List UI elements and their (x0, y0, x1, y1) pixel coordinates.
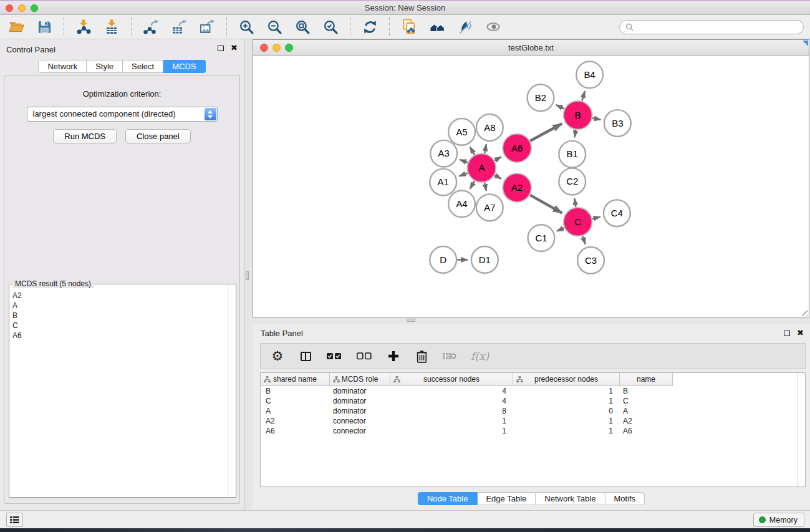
close-panel-button[interactable]: Close panel (125, 129, 191, 143)
delete-columns-button[interactable] (415, 348, 428, 364)
graph-edge-A-A4[interactable] (470, 181, 475, 189)
graph-edge-B-B1[interactable] (575, 130, 576, 137)
add-column-button[interactable] (387, 348, 400, 364)
graph-node-B1[interactable]: B1 (559, 141, 586, 168)
graph-node-A3[interactable]: A3 (430, 140, 457, 167)
save-session-button[interactable] (34, 17, 54, 36)
tab-select[interactable]: Select (123, 60, 163, 73)
memory-button[interactable]: Memory (753, 513, 804, 527)
column-header-successor-nodes[interactable]: successor nodes (390, 373, 513, 386)
tab-network-table[interactable]: Network Table (536, 492, 605, 505)
graph-edge-A-A6[interactable] (494, 157, 501, 160)
show-panels-list-button[interactable] (6, 513, 23, 527)
graph-edge-C-C2[interactable] (574, 198, 576, 207)
unselect-all-rows-button[interactable] (357, 348, 372, 364)
graph-node-C4[interactable]: C4 (604, 200, 630, 226)
mcds-result-item[interactable]: C (10, 321, 227, 331)
table-row[interactable]: A2connector11A2 (261, 416, 805, 426)
graph-node-C[interactable]: C (564, 208, 592, 236)
show-columns-button[interactable] (299, 348, 312, 364)
graph-node-A1[interactable]: A1 (430, 169, 456, 196)
table-settings-button[interactable]: ⚙ (271, 348, 284, 364)
graph-node-A[interactable]: A (467, 153, 496, 182)
result-scrollbar[interactable] (228, 284, 236, 497)
export-table-button[interactable] (169, 17, 189, 36)
table-row[interactable]: Bdominator41B (261, 386, 805, 396)
graph-edge-A6-B[interactable] (530, 123, 562, 141)
column-header-shared-name[interactable]: shared name (261, 373, 330, 386)
graph-edge-C-C4[interactable] (592, 217, 600, 219)
table-row[interactable]: A6connector11A6 (261, 426, 805, 436)
search-input[interactable] (637, 22, 798, 32)
zoom-in-button[interactable] (236, 17, 256, 36)
zoom-fit-button[interactable] (292, 17, 312, 36)
select-all-rows-button[interactable] (327, 348, 342, 364)
graph-edge-C-C1[interactable] (557, 228, 564, 231)
mcds-result-item[interactable]: A6 (10, 331, 227, 341)
graph-node-A4[interactable]: A4 (448, 190, 475, 217)
graph-node-B2[interactable]: B2 (528, 84, 554, 111)
close-panel-icon[interactable]: ✖ (797, 330, 804, 336)
new-network-from-selection-button[interactable] (399, 17, 419, 36)
graph-node-D1[interactable]: D1 (471, 246, 498, 273)
graph-edge-B-B3[interactable] (592, 118, 601, 120)
delete-table-button[interactable] (443, 348, 456, 364)
graph-edge-B-B2[interactable] (556, 105, 564, 109)
apply-function-button[interactable]: f(x) (471, 348, 489, 364)
network-graph[interactable]: AA1A2A3A4A5A6A7A8BB1B2B3B4CC1C2C3C4DD1 (254, 57, 808, 316)
network-window-titlebar[interactable]: testGlobe.txt (253, 40, 809, 56)
criterion-dropdown[interactable]: largest connected component (directed) (27, 107, 218, 122)
first-neighbors-button[interactable] (427, 17, 447, 36)
refresh-view-button[interactable] (360, 17, 380, 36)
graph-node-D[interactable]: D (430, 246, 456, 273)
graph-edge-B-B4[interactable] (582, 91, 585, 101)
graph-node-A7[interactable]: A7 (476, 194, 503, 221)
search-field[interactable] (619, 20, 804, 34)
import-table-button[interactable] (102, 17, 122, 36)
graph-node-A5[interactable]: A5 (448, 118, 475, 145)
network-canvas[interactable]: AA1A2A3A4A5A6A7A8BB1B2B3B4CC1C2C3C4DD1 (254, 57, 808, 316)
mcds-result-item[interactable]: B (10, 311, 227, 321)
column-header-name[interactable]: name (620, 373, 673, 386)
column-header-predecessor-nodes[interactable]: predecessor nodes (513, 373, 620, 386)
open-session-button[interactable] (6, 17, 26, 36)
graph-edge-A-A1[interactable] (459, 173, 468, 176)
graph-edge-A-A8[interactable] (485, 144, 486, 153)
float-panel-icon[interactable] (784, 331, 790, 336)
graph-edge-C-C3[interactable] (582, 236, 585, 244)
graph-node-B3[interactable]: B3 (604, 110, 631, 137)
horizontal-splitter-handle[interactable] (407, 319, 415, 322)
close-panel-icon[interactable]: ✖ (231, 45, 238, 51)
export-network-button[interactable] (141, 17, 161, 36)
tab-node-table[interactable]: Node Table (418, 492, 478, 505)
zoom-out-button[interactable] (264, 17, 284, 36)
level-of-detail-button[interactable] (483, 17, 503, 36)
graph-node-A2[interactable]: A2 (503, 173, 531, 202)
tab-mcds[interactable]: MCDS (163, 60, 205, 73)
graph-node-A8[interactable]: A8 (476, 114, 503, 141)
table-row[interactable]: Cdominator41C (261, 396, 805, 406)
graphics-details-button[interactable] (455, 17, 475, 36)
graph-node-C3[interactable]: C3 (577, 247, 604, 274)
graph-edge-A-A3[interactable] (460, 160, 468, 163)
float-panel-icon[interactable] (218, 46, 224, 51)
graph-node-B[interactable]: B (564, 101, 592, 130)
table-scrollbar[interactable] (797, 373, 805, 486)
import-network-button[interactable] (74, 17, 94, 36)
vertical-splitter-handle[interactable] (246, 271, 249, 280)
export-image-button[interactable] (197, 17, 217, 36)
mcds-result-item[interactable]: A2 (10, 291, 227, 301)
graph-edge-A-A2[interactable] (494, 175, 501, 179)
graph-edge-A-A5[interactable] (470, 147, 475, 155)
table-row[interactable]: Adominator80A (261, 406, 805, 416)
graph-node-C2[interactable]: C2 (559, 168, 586, 195)
tab-edge-table[interactable]: Edge Table (477, 492, 536, 505)
tab-motifs[interactable]: Motifs (605, 492, 645, 505)
graph-node-C1[interactable]: C1 (528, 225, 555, 251)
column-header-MCDS-role[interactable]: MCDS role (330, 373, 390, 386)
tab-style[interactable]: Style (87, 60, 123, 73)
tab-network[interactable]: Network (38, 60, 87, 73)
graph-node-A6[interactable]: A6 (503, 133, 531, 162)
mcds-result-item[interactable]: A (10, 301, 227, 311)
run-mcds-button[interactable]: Run MCDS (53, 129, 117, 143)
